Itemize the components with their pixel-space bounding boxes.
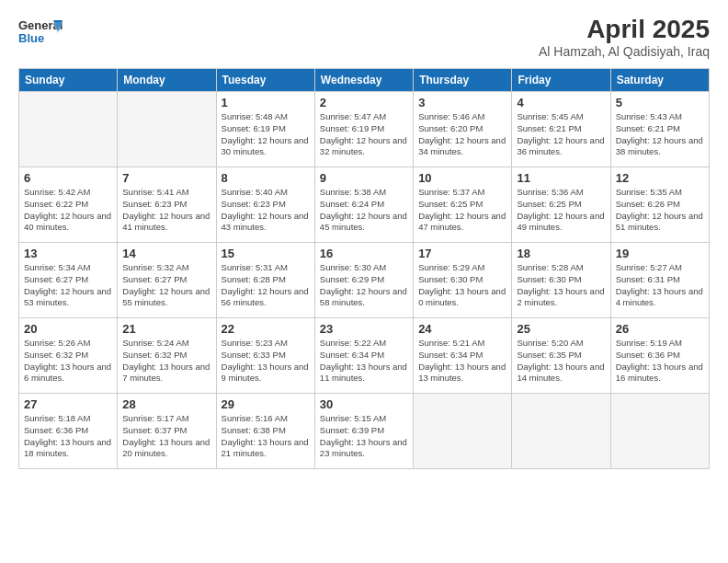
day-detail: Sunrise: 5:48 AMSunset: 6:19 PMDaylight:… <box>222 111 310 158</box>
calendar-table: SundayMondayTuesdayWednesdayThursdayFrid… <box>18 68 710 469</box>
weekday-monday: Monday <box>118 69 216 92</box>
weekday-friday: Friday <box>512 69 610 92</box>
logo-icon: General Blue <box>18 15 63 50</box>
day-cell: 4Sunrise: 5:45 AMSunset: 6:21 PMDaylight… <box>512 92 610 167</box>
day-cell <box>610 394 709 469</box>
day-cell <box>19 92 118 167</box>
day-detail: Sunrise: 5:46 AMSunset: 6:20 PMDaylight:… <box>418 111 506 158</box>
day-number: 6 <box>24 171 112 185</box>
day-detail: Sunrise: 5:21 AMSunset: 6:34 PMDaylight:… <box>418 338 506 385</box>
header: General Blue April 2025 Al Hamzah, Al Qa… <box>18 15 710 59</box>
day-cell: 24Sunrise: 5:21 AMSunset: 6:34 PMDayligh… <box>414 318 512 394</box>
day-number: 23 <box>320 322 408 336</box>
day-number: 9 <box>320 171 408 185</box>
weekday-header-row: SundayMondayTuesdayWednesdayThursdayFrid… <box>19 69 710 92</box>
location-title: Al Hamzah, Al Qadisiyah, Iraq <box>539 44 710 59</box>
weekday-sunday: Sunday <box>19 69 118 92</box>
day-cell: 7Sunrise: 5:41 AMSunset: 6:23 PMDaylight… <box>118 167 216 243</box>
week-row-3: 20Sunrise: 5:26 AMSunset: 6:32 PMDayligh… <box>19 318 710 394</box>
day-cell: 30Sunrise: 5:15 AMSunset: 6:39 PMDayligh… <box>314 394 413 469</box>
day-number: 20 <box>24 322 112 336</box>
day-detail: Sunrise: 5:22 AMSunset: 6:34 PMDaylight:… <box>320 338 408 385</box>
day-cell: 25Sunrise: 5:20 AMSunset: 6:35 PMDayligh… <box>512 318 610 394</box>
day-cell: 28Sunrise: 5:17 AMSunset: 6:37 PMDayligh… <box>118 394 216 469</box>
day-detail: Sunrise: 5:16 AMSunset: 6:38 PMDaylight:… <box>222 413 310 460</box>
day-cell <box>512 394 610 469</box>
day-detail: Sunrise: 5:23 AMSunset: 6:33 PMDaylight:… <box>222 338 310 385</box>
day-cell: 5Sunrise: 5:43 AMSunset: 6:21 PMDaylight… <box>610 92 709 167</box>
day-cell: 6Sunrise: 5:42 AMSunset: 6:22 PMDaylight… <box>19 167 118 243</box>
day-detail: Sunrise: 5:38 AMSunset: 6:24 PMDaylight:… <box>320 187 408 234</box>
day-detail: Sunrise: 5:15 AMSunset: 6:39 PMDaylight:… <box>320 413 408 460</box>
day-detail: Sunrise: 5:18 AMSunset: 6:36 PMDaylight:… <box>24 413 112 460</box>
day-number: 17 <box>418 247 506 260</box>
day-number: 14 <box>122 247 210 260</box>
day-detail: Sunrise: 5:42 AMSunset: 6:22 PMDaylight:… <box>24 187 112 234</box>
day-cell: 2Sunrise: 5:47 AMSunset: 6:19 PMDaylight… <box>314 92 413 167</box>
day-number: 19 <box>616 247 704 260</box>
day-number: 10 <box>418 171 506 185</box>
day-cell: 9Sunrise: 5:38 AMSunset: 6:24 PMDaylight… <box>314 167 413 243</box>
week-row-1: 6Sunrise: 5:42 AMSunset: 6:22 PMDaylight… <box>19 167 710 243</box>
day-number: 4 <box>517 96 605 109</box>
day-detail: Sunrise: 5:17 AMSunset: 6:37 PMDaylight:… <box>122 413 210 460</box>
weekday-wednesday: Wednesday <box>314 69 413 92</box>
day-number: 21 <box>122 322 210 336</box>
day-detail: Sunrise: 5:41 AMSunset: 6:23 PMDaylight:… <box>122 187 210 234</box>
month-title: April 2025 <box>539 15 710 44</box>
day-number: 15 <box>222 247 310 260</box>
day-detail: Sunrise: 5:27 AMSunset: 6:31 PMDaylight:… <box>616 262 704 309</box>
day-detail: Sunrise: 5:31 AMSunset: 6:28 PMDaylight:… <box>222 262 310 309</box>
day-cell: 8Sunrise: 5:40 AMSunset: 6:23 PMDaylight… <box>216 167 314 243</box>
day-number: 18 <box>517 247 605 260</box>
weekday-tuesday: Tuesday <box>216 69 314 92</box>
day-detail: Sunrise: 5:20 AMSunset: 6:35 PMDaylight:… <box>517 338 605 385</box>
day-detail: Sunrise: 5:28 AMSunset: 6:30 PMDaylight:… <box>517 262 605 309</box>
day-detail: Sunrise: 5:36 AMSunset: 6:25 PMDaylight:… <box>517 187 605 234</box>
day-cell: 29Sunrise: 5:16 AMSunset: 6:38 PMDayligh… <box>216 394 314 469</box>
day-number: 27 <box>24 397 112 411</box>
day-detail: Sunrise: 5:32 AMSunset: 6:27 PMDaylight:… <box>122 262 210 309</box>
day-cell: 18Sunrise: 5:28 AMSunset: 6:30 PMDayligh… <box>512 243 610 318</box>
page: General Blue April 2025 Al Hamzah, Al Qa… <box>0 0 728 563</box>
day-cell: 3Sunrise: 5:46 AMSunset: 6:20 PMDaylight… <box>414 92 512 167</box>
day-detail: Sunrise: 5:34 AMSunset: 6:27 PMDaylight:… <box>24 262 112 309</box>
day-cell: 1Sunrise: 5:48 AMSunset: 6:19 PMDaylight… <box>216 92 314 167</box>
day-cell: 22Sunrise: 5:23 AMSunset: 6:33 PMDayligh… <box>216 318 314 394</box>
day-cell: 27Sunrise: 5:18 AMSunset: 6:36 PMDayligh… <box>19 394 118 469</box>
day-cell <box>414 394 512 469</box>
day-cell: 16Sunrise: 5:30 AMSunset: 6:29 PMDayligh… <box>314 243 413 318</box>
day-cell: 14Sunrise: 5:32 AMSunset: 6:27 PMDayligh… <box>118 243 216 318</box>
day-detail: Sunrise: 5:30 AMSunset: 6:29 PMDaylight:… <box>320 262 408 309</box>
day-cell: 15Sunrise: 5:31 AMSunset: 6:28 PMDayligh… <box>216 243 314 318</box>
day-number: 16 <box>320 247 408 260</box>
day-cell <box>118 92 216 167</box>
day-detail: Sunrise: 5:29 AMSunset: 6:30 PMDaylight:… <box>418 262 506 309</box>
day-detail: Sunrise: 5:35 AMSunset: 6:26 PMDaylight:… <box>616 187 704 234</box>
day-number: 22 <box>222 322 310 336</box>
day-detail: Sunrise: 5:47 AMSunset: 6:19 PMDaylight:… <box>320 111 408 158</box>
day-number: 28 <box>122 397 210 411</box>
day-detail: Sunrise: 5:40 AMSunset: 6:23 PMDaylight:… <box>222 187 310 234</box>
day-number: 7 <box>122 171 210 185</box>
day-number: 3 <box>418 96 506 109</box>
day-detail: Sunrise: 5:43 AMSunset: 6:21 PMDaylight:… <box>616 111 704 158</box>
weekday-thursday: Thursday <box>414 69 512 92</box>
calendar-body: 1Sunrise: 5:48 AMSunset: 6:19 PMDaylight… <box>19 92 710 469</box>
day-number: 30 <box>320 397 408 411</box>
day-cell: 11Sunrise: 5:36 AMSunset: 6:25 PMDayligh… <box>512 167 610 243</box>
day-detail: Sunrise: 5:26 AMSunset: 6:32 PMDaylight:… <box>24 338 112 385</box>
day-detail: Sunrise: 5:19 AMSunset: 6:36 PMDaylight:… <box>616 338 704 385</box>
day-cell: 19Sunrise: 5:27 AMSunset: 6:31 PMDayligh… <box>610 243 709 318</box>
day-number: 25 <box>517 322 605 336</box>
logo: General Blue <box>18 15 63 53</box>
day-number: 13 <box>24 247 112 260</box>
day-number: 8 <box>222 171 310 185</box>
day-cell: 23Sunrise: 5:22 AMSunset: 6:34 PMDayligh… <box>314 318 413 394</box>
day-number: 26 <box>616 322 704 336</box>
day-cell: 17Sunrise: 5:29 AMSunset: 6:30 PMDayligh… <box>414 243 512 318</box>
day-number: 2 <box>320 96 408 109</box>
day-cell: 21Sunrise: 5:24 AMSunset: 6:32 PMDayligh… <box>118 318 216 394</box>
day-cell: 20Sunrise: 5:26 AMSunset: 6:32 PMDayligh… <box>19 318 118 394</box>
day-number: 12 <box>616 171 704 185</box>
